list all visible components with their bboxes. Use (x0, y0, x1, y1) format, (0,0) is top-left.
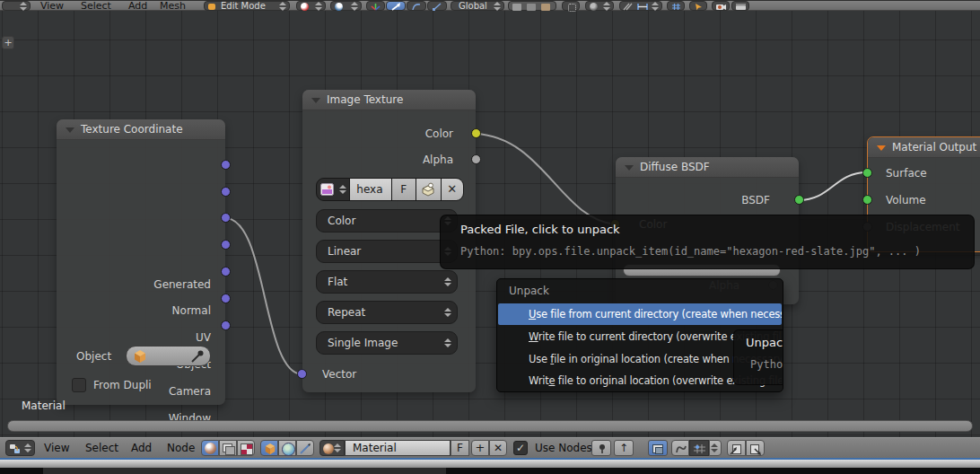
node-texture-coordinate[interactable]: Texture Coordinate Generated Normal UV O… (57, 119, 225, 405)
menu-select[interactable]: Select (85, 442, 118, 454)
snap-mode-dropdown[interactable] (709, 440, 722, 456)
material-browse-button[interactable] (319, 440, 345, 456)
socket-camera[interactable] (221, 267, 231, 276)
menu-node[interactable]: Node (167, 442, 195, 454)
projection-dropdown[interactable]: Flat (316, 270, 458, 294)
eyedropper-icon[interactable] (190, 349, 205, 364)
region-expand-button[interactable]: + (2, 36, 14, 49)
node-editor-icon (9, 443, 21, 454)
socket-normal[interactable] (221, 187, 231, 197)
check-icon: ✓ (516, 442, 525, 454)
paste-arrow-icon (754, 448, 762, 456)
unlink-button[interactable]: ✕ (441, 179, 464, 200)
shader-type-linestyle-button[interactable] (296, 440, 314, 456)
tooltip-python-text: Python: bpy.ops.file.unpack_item(id_name… (460, 245, 921, 258)
snap-node-button[interactable] (689, 440, 709, 456)
socket-uv[interactable] (221, 213, 231, 223)
chevron-up-down-icon (20, 2, 27, 11)
socket-alpha-output[interactable] (471, 154, 481, 164)
color-space-dropdown[interactable]: Color (316, 209, 458, 233)
socket-volume-input[interactable] (862, 195, 872, 205)
menu-view[interactable]: View (40, 1, 64, 12)
manipulator-scale-button[interactable] (427, 1, 447, 11)
collapse-triangle-icon[interactable] (877, 145, 886, 151)
fake-user-button[interactable]: F (451, 440, 469, 456)
tree-type-texture-button[interactable] (237, 440, 255, 456)
shader-type-world-button[interactable] (278, 440, 296, 456)
curve-overlay-button[interactable] (671, 440, 689, 456)
from-dupli-checkbox[interactable] (72, 378, 86, 392)
copy-nodes-button[interactable] (727, 440, 746, 456)
node-header[interactable]: Texture Coordinate (57, 119, 225, 140)
image-name-field[interactable]: hexa (349, 179, 390, 200)
collapse-triangle-icon[interactable] (66, 127, 74, 133)
fake-user-button[interactable]: F (391, 179, 416, 200)
top-header: View Select Add Mesh Edit Mode (0, 0, 980, 11)
tree-type-shader-button[interactable] (201, 440, 219, 456)
node-header[interactable]: Image Texture (302, 90, 476, 110)
socket-window[interactable] (221, 294, 231, 303)
interpolation-dropdown[interactable]: Linear (316, 240, 458, 263)
chevron-up-down-icon (351, 2, 358, 11)
output-label-generated: Generated (153, 277, 211, 292)
manipulator-axis-button[interactable] (366, 1, 385, 11)
proportional-snap-group[interactable] (619, 1, 662, 11)
socket-vector-input[interactable] (297, 369, 307, 379)
menu-add[interactable]: Add (131, 442, 152, 454)
grid-snap-icon (671, 3, 681, 11)
tree-type-compositing-button[interactable] (219, 440, 237, 456)
manipulator-rotate-button[interactable] (407, 1, 426, 11)
dropdown-value: Linear (328, 245, 361, 258)
menu-mesh[interactable]: Mesh (160, 1, 186, 12)
node-header[interactable]: Diffuse BSDF (616, 157, 799, 178)
occlude-geometry-dropdown[interactable] (585, 1, 614, 11)
wire-color-to-diffuse (476, 134, 616, 224)
render-opengl-anim-button[interactable] (731, 1, 749, 11)
go-parent-tree-button[interactable]: ↑ (614, 440, 634, 456)
select-mode-button[interactable] (562, 1, 580, 11)
node-header[interactable]: Material Output (868, 137, 980, 158)
snap-target-button[interactable] (689, 1, 707, 11)
chevron-up-down-icon (444, 277, 451, 286)
collapse-triangle-icon[interactable] (625, 165, 634, 171)
render-opengl-button[interactable] (712, 1, 730, 11)
editor-type-button[interactable] (5, 440, 35, 456)
new-material-button[interactable]: + (471, 440, 489, 456)
object-picker-field[interactable] (126, 346, 211, 366)
layer-visibility-buttons[interactable] (508, 1, 556, 11)
menu-item-use-file-current[interactable]: Use file from current directory (create … (498, 303, 782, 325)
shader-type-object-button[interactable] (260, 440, 278, 456)
socket-generated[interactable] (221, 160, 231, 170)
menu-view[interactable]: View (44, 442, 69, 454)
socket-reflection[interactable] (221, 320, 231, 330)
unlink-material-button[interactable]: ✕ (489, 440, 507, 456)
editor-type-button[interactable] (2, 1, 31, 11)
pin-button[interactable] (591, 440, 611, 456)
socket-bsdf-output[interactable] (794, 195, 804, 205)
material-name-field[interactable]: Material (345, 440, 451, 456)
menu-add[interactable]: Add (128, 1, 147, 12)
node-title: Material Output (892, 141, 976, 154)
collapse-triangle-icon[interactable] (311, 98, 320, 103)
orientation-dropdown[interactable]: Global (451, 1, 504, 11)
menu-select[interactable]: Select (81, 1, 111, 12)
pivot-point-dropdown[interactable] (330, 1, 362, 11)
shading-sphere-icon (301, 3, 309, 11)
viewport-shading-dropdown[interactable] (296, 1, 326, 11)
use-nodes-checkbox[interactable]: ✓ (513, 441, 528, 455)
manipulator-translate-button[interactable] (386, 1, 406, 11)
horizontal-scrollbar[interactable] (7, 420, 973, 432)
socket-object[interactable] (221, 240, 231, 250)
image-browse-button[interactable] (317, 179, 349, 200)
socket-color-output[interactable] (471, 128, 481, 138)
from-dupli-label: From Dupli (93, 378, 152, 392)
snap-grid-button[interactable] (667, 1, 685, 11)
packed-file-button[interactable] (416, 179, 440, 200)
source-dropdown[interactable]: Single Image (316, 331, 458, 355)
socket-surface-input[interactable] (862, 168, 872, 178)
chevron-up-down-icon (444, 338, 451, 347)
paste-nodes-button[interactable] (746, 440, 765, 456)
mode-dropdown[interactable]: Edit Mode (204, 1, 290, 11)
backdrop-toggle-button[interactable] (648, 440, 668, 456)
extension-dropdown[interactable]: Repeat (316, 301, 458, 324)
